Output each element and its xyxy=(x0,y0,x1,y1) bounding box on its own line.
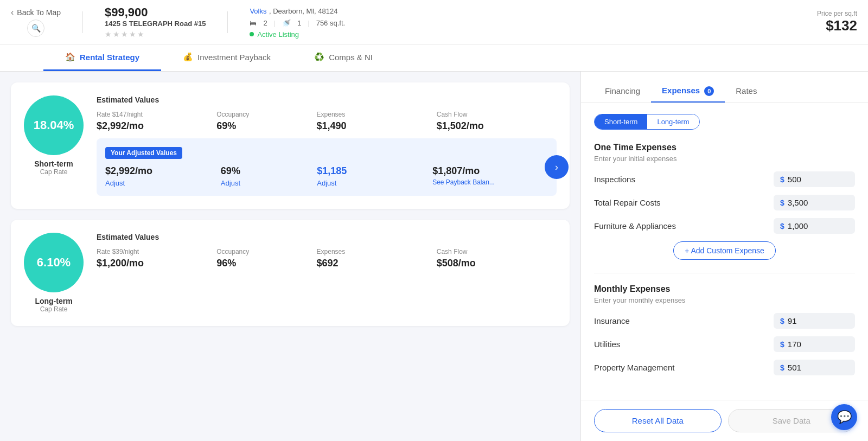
panel-footer: Reset All Data Save Data xyxy=(581,400,868,441)
repair-input-wrap: $ xyxy=(774,195,855,210)
star-2-icon: ★ xyxy=(113,30,120,39)
dollar-icon-2: $ xyxy=(780,199,784,207)
adj-rate-col: $2,992/mo Adjust xyxy=(105,165,221,187)
one-time-sub: Enter your initial expenses xyxy=(594,155,855,163)
panel-tab-rates[interactable]: Rates xyxy=(725,81,768,102)
cashflow-label: Cash Flow xyxy=(437,111,557,118)
panel-tabs: Financing Expenses 0 Rates xyxy=(581,72,868,103)
inspections-input[interactable] xyxy=(788,175,842,184)
adj-occupancy: 69% xyxy=(221,165,317,177)
rate-label: Rate $147/night xyxy=(97,111,216,118)
tab-comps-label: Comps & NI xyxy=(329,53,373,62)
monthly-title: Monthly Expenses xyxy=(594,284,855,294)
estimated-occupancy: 69% xyxy=(216,120,316,132)
estimated-values-row: Rate $147/night $2,992/mo Occupancy 69% … xyxy=(97,111,557,132)
short-term-values: Estimated Values Rate $147/night $2,992/… xyxy=(97,95,557,196)
sqft-label: Price per sq.ft xyxy=(817,10,857,17)
panel-tab-expenses[interactable]: Expenses 0 xyxy=(651,80,725,103)
long-cashflow-label: Cash Flow xyxy=(437,248,557,255)
bath-icon: 🚿 xyxy=(282,19,291,27)
dollar-icon-3: $ xyxy=(780,222,784,231)
coin-icon: 💰 xyxy=(183,52,193,62)
adjusted-badge: Your Adjusted Values xyxy=(105,147,182,159)
long-estimated-cashflow: $508/mo xyxy=(437,258,557,269)
adj-rate-link[interactable]: Adjust xyxy=(105,179,221,187)
dollar-icon-5: $ xyxy=(780,340,784,349)
see-payback-link[interactable]: See Payback Balan... xyxy=(432,178,495,186)
inspections-label: Inspections xyxy=(594,175,635,184)
property-meta: Volks , Dearborn, MI, 48124 🛏 2 | 🚿 1 | … xyxy=(250,6,345,39)
property-mgmt-label: Property Management xyxy=(594,363,674,372)
panel-tab-financing[interactable]: Financing xyxy=(594,81,651,102)
chat-button[interactable]: 💬 xyxy=(831,404,857,430)
expenses-label: Expenses xyxy=(317,111,437,118)
panel-body: Short-term Long-term One Time Expenses E… xyxy=(581,103,868,400)
adj-rate: $2,992/mo xyxy=(105,165,221,177)
status-label: Active Listing xyxy=(257,30,299,39)
star-5-icon: ★ xyxy=(137,30,144,39)
main-content: 18.04% Short-term Cap Rate Estimated Val… xyxy=(0,72,868,441)
cap-rate-label: Cap Rate xyxy=(40,168,68,176)
status: Active Listing xyxy=(250,30,345,39)
sqft-value: $132 xyxy=(817,17,857,34)
property-details: 🛏 2 | 🚿 1 | 756 sq.ft. xyxy=(250,19,345,27)
adj-occupancy-link[interactable]: Adjust xyxy=(221,179,317,187)
furniture-input[interactable] xyxy=(788,221,842,231)
estimated-values-title: Estimated Values xyxy=(97,95,557,104)
star-3-icon: ★ xyxy=(121,30,128,39)
repair-costs-input[interactable] xyxy=(788,198,842,207)
add-custom-expense-button[interactable]: + Add Custom Expense xyxy=(673,241,776,260)
tab-investment-payback[interactable]: 💰 Investment Payback xyxy=(161,44,292,71)
long-term-card: 6.10% Long-term Cap Rate Estimated Value… xyxy=(11,220,570,326)
reset-all-data-button[interactable]: Reset All Data xyxy=(594,409,722,432)
right-panel: Financing Expenses 0 Rates Short-term Lo… xyxy=(580,72,868,441)
adjusted-row: $2,992/mo Adjust 69% Adjust $1,185 Adjus… xyxy=(105,165,548,187)
price-per-sqft: Price per sq.ft $132 xyxy=(817,10,857,34)
expense-row-inspections: Inspections $ xyxy=(594,171,855,187)
property-mgmt-input[interactable] xyxy=(788,363,842,372)
utilities-input-wrap: $ xyxy=(774,336,855,352)
long-term-toggle-btn[interactable]: Long-term xyxy=(647,114,699,129)
adj-expenses: $1,185 xyxy=(317,165,432,177)
insurance-input[interactable] xyxy=(788,316,842,325)
stars: ★ ★ ★ ★ ★ xyxy=(105,30,206,39)
divider2 xyxy=(227,11,228,33)
long-estimated-rate: $1,200/mo xyxy=(97,258,216,269)
agent-name[interactable]: Volks xyxy=(250,7,266,15)
agent-location: , Dearborn, MI, 48124 xyxy=(269,7,337,15)
long-estimated-expenses: $692 xyxy=(317,258,437,269)
long-term-values: Estimated Values Rate $39/night $1,200/m… xyxy=(97,233,557,271)
adj-expenses-link[interactable]: Adjust xyxy=(317,179,432,187)
next-button[interactable]: › xyxy=(545,155,569,179)
monthly-sub: Enter your monthly expenses xyxy=(594,296,855,304)
bed-icon: 🛏 xyxy=(250,19,257,27)
expense-row-property-management: Property Management $ xyxy=(594,360,855,375)
section-divider xyxy=(594,273,855,273)
home-icon: 🏠 xyxy=(65,52,75,62)
tab-rental-strategy[interactable]: 🏠 Rental Strategy xyxy=(43,44,161,71)
expenses-badge: 0 xyxy=(704,86,714,96)
sqft: 756 sq.ft. xyxy=(316,19,345,27)
one-time-title: One Time Expenses xyxy=(594,143,855,152)
adj-cashflow-col: $1,807/mo See Payback Balan... xyxy=(432,165,548,187)
expense-row-repair: Total Repair Costs $ xyxy=(594,195,855,210)
dollar-icon-6: $ xyxy=(780,363,784,372)
estimated-rate: $2,992/mo xyxy=(97,120,216,132)
search-button[interactable]: 🔍 xyxy=(27,20,44,37)
bed-count: 2 xyxy=(263,19,267,27)
utilities-input[interactable] xyxy=(788,340,842,349)
back-to-map-button[interactable]: ‹ Back To Map xyxy=(11,8,61,17)
short-term-toggle-btn[interactable]: Short-term xyxy=(595,114,647,129)
inspections-input-wrap: $ xyxy=(774,171,855,187)
adj-cashflow: $1,807/mo xyxy=(432,165,548,177)
star-4-icon: ★ xyxy=(129,30,136,39)
bath-count: 1 xyxy=(297,19,301,27)
repair-costs-label: Total Repair Costs xyxy=(594,198,661,207)
tab-comps[interactable]: ♻️ Comps & NI xyxy=(292,44,394,71)
adj-expenses-col: $1,185 Adjust xyxy=(317,165,432,187)
dollar-icon: $ xyxy=(780,175,784,184)
adjusted-values-box: Your Adjusted Values $2,992/mo Adjust 69… xyxy=(97,138,557,196)
financing-tab-label: Financing xyxy=(605,86,640,95)
adj-occupancy-col: 69% Adjust xyxy=(221,165,317,187)
star-1-icon: ★ xyxy=(105,30,112,39)
